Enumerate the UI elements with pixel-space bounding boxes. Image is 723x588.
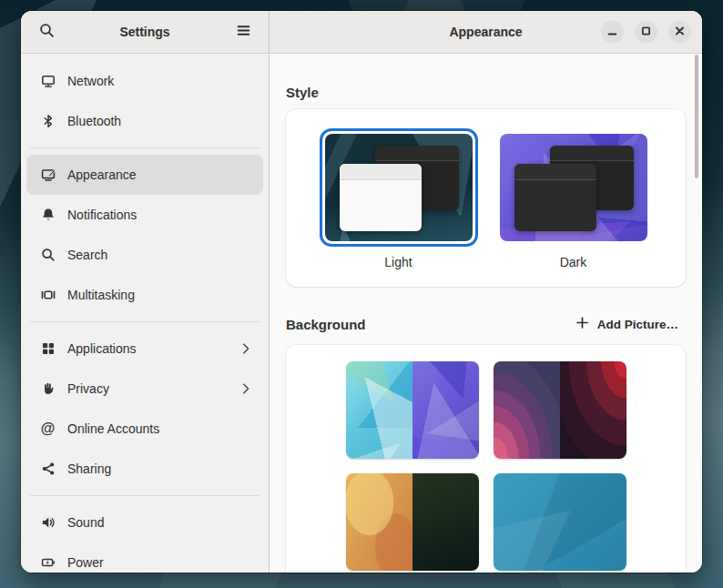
appearance-content: Style Light xyxy=(270,54,702,573)
dark-theme-preview xyxy=(500,134,647,241)
chevron-right-icon xyxy=(239,382,252,395)
wallpaper-light-half xyxy=(494,361,560,459)
wallpaper-dark-half xyxy=(412,361,479,459)
appearance-icon xyxy=(40,167,56,183)
share-icon xyxy=(40,461,56,477)
app-grid-icon xyxy=(40,341,56,357)
sidebar-item-applications[interactable]: Applications xyxy=(26,329,263,369)
window-controls xyxy=(601,21,691,44)
sidebar-item-power[interactable]: Power xyxy=(26,542,263,573)
wallpaper-dark-half xyxy=(560,361,626,459)
wallpaper-row xyxy=(346,361,626,459)
sidebar-item-label: Network xyxy=(67,74,252,88)
style-option-dark[interactable]: Dark xyxy=(494,128,653,287)
sidebar-item-label: Notifications xyxy=(67,208,252,222)
sidebar-item-sharing[interactable]: Sharing xyxy=(26,449,263,489)
hamburger-menu-icon xyxy=(236,23,251,41)
wallpaper-thumbnail-waves[interactable] xyxy=(494,361,626,459)
sidebar: Settings Network Bluetooth xyxy=(21,11,270,573)
sidebar-item-sound[interactable]: Sound xyxy=(26,502,263,542)
minimize-button[interactable] xyxy=(601,21,624,44)
sidebar-item-label: Bluetooth xyxy=(67,114,252,128)
main-menu-button[interactable] xyxy=(229,17,258,46)
magnifier-icon xyxy=(40,248,56,263)
style-card: Light Dark xyxy=(286,109,686,287)
wallpaper-dark-half xyxy=(412,473,479,571)
wallpaper-thumbnail-blue[interactable] xyxy=(494,473,626,571)
dark-selection-frame xyxy=(494,128,653,247)
sidebar-item-online-accounts[interactable]: @ Online Accounts xyxy=(26,409,263,449)
sidebar-item-label: Sound xyxy=(67,515,252,530)
scrollbar-thumb[interactable] xyxy=(695,55,698,178)
sidebar-item-appearance[interactable]: Appearance xyxy=(26,155,263,195)
sidebar-item-network[interactable]: Network xyxy=(26,61,263,101)
sidebar-header: Settings xyxy=(21,11,269,54)
wallpaper-row xyxy=(346,473,626,571)
wallpaper-light-half xyxy=(346,361,412,459)
settings-window: Settings Network Bluetooth xyxy=(21,11,702,573)
add-picture-label: Add Picture… xyxy=(597,318,678,331)
sidebar-item-multitasking[interactable]: Multitasking xyxy=(26,275,263,315)
add-picture-button[interactable]: Add Picture… xyxy=(568,311,686,337)
sidebar-item-label: Privacy xyxy=(67,381,228,396)
minimize-icon xyxy=(607,25,617,39)
chevron-right-icon xyxy=(239,342,252,355)
close-button[interactable] xyxy=(668,21,691,44)
sidebar-list: Network Bluetooth Appearance Notific xyxy=(21,54,269,573)
maximize-icon xyxy=(641,25,651,39)
sidebar-item-label: Appearance xyxy=(67,167,252,182)
bell-icon xyxy=(40,208,56,223)
close-icon xyxy=(675,25,685,39)
preview-front-window xyxy=(514,164,597,231)
sidebar-item-label: Applications xyxy=(67,341,228,356)
sidebar-item-label: Online Accounts xyxy=(67,421,252,436)
sidebar-item-bluetooth[interactable]: Bluetooth xyxy=(26,101,263,141)
background-card xyxy=(286,345,686,573)
main-header: Appearance xyxy=(270,11,702,54)
sidebar-item-notifications[interactable]: Notifications xyxy=(26,195,263,235)
wallpaper-light-half xyxy=(346,473,412,571)
background-section-header: Background Add Picture… xyxy=(286,310,686,338)
style-option-light[interactable]: Light xyxy=(320,128,478,287)
sidebar-item-label: Multitasking xyxy=(67,288,252,302)
sidebar-item-label: Sharing xyxy=(67,461,252,476)
at-symbol-icon: @ xyxy=(40,421,56,437)
sidebar-item-label: Search xyxy=(67,248,252,262)
sidebar-title: Settings xyxy=(61,25,229,39)
battery-icon xyxy=(40,555,56,571)
light-selection-frame xyxy=(320,128,478,247)
sidebar-separator xyxy=(26,489,263,502)
sidebar-item-label: Power xyxy=(67,555,252,570)
plus-icon xyxy=(575,316,589,332)
dark-option-label: Dark xyxy=(560,255,587,269)
light-theme-preview xyxy=(325,134,473,241)
search-button[interactable] xyxy=(32,17,61,46)
maximize-button[interactable] xyxy=(635,21,657,44)
bluetooth-icon xyxy=(40,114,56,129)
style-section-heading: Style xyxy=(286,85,686,100)
wallpaper-full xyxy=(494,473,626,571)
sidebar-separator xyxy=(26,141,263,155)
sidebar-separator xyxy=(26,315,263,329)
sidebar-item-search[interactable]: Search xyxy=(26,235,263,275)
light-option-label: Light xyxy=(384,255,412,269)
network-display-icon xyxy=(40,74,56,89)
multitasking-icon xyxy=(40,288,56,303)
speaker-icon xyxy=(40,515,56,531)
preview-front-window xyxy=(340,164,423,231)
wallpaper-thumbnail-triangles[interactable] xyxy=(346,361,479,459)
wallpaper-thumbnail-painterly[interactable] xyxy=(346,473,479,571)
sidebar-item-privacy[interactable]: Privacy xyxy=(26,369,263,409)
search-icon xyxy=(39,23,55,41)
background-section-heading: Background xyxy=(286,317,366,332)
main-panel: Appearance xyxy=(270,11,702,573)
hand-icon xyxy=(40,381,56,397)
